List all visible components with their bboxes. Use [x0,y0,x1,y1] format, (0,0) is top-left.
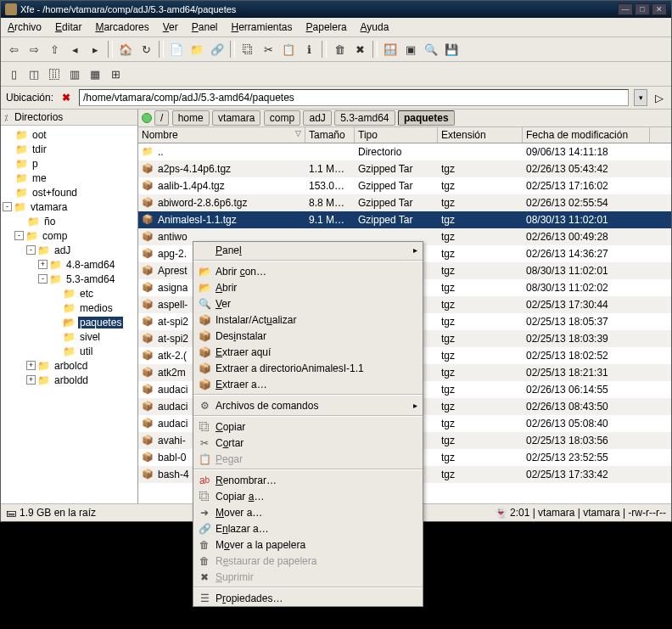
tree-toggle[interactable]: + [26,361,36,370]
close-button[interactable]: ✕ [652,3,667,15]
tree-item[interactable]: 📁util [3,344,136,358]
newlink-button[interactable]: 🔗 [208,40,227,59]
tree-item[interactable]: 📁medios [3,300,136,315]
panel-3-button[interactable]: ⿲ [45,65,64,83]
menu-editar[interactable]: Editar [55,21,81,33]
forward-button[interactable]: ⇨ [25,40,43,59]
breadcrumb-item[interactable]: home [172,110,210,126]
go-button[interactable]: ▷ [652,92,666,104]
refresh-button[interactable]: ↻ [137,40,155,59]
table-row[interactable]: 📦AnimalesI-1.1.tgz9.1 M…Gzipped Tartgz08… [138,211,671,228]
resize-icon[interactable]: ⁒ [4,113,11,122]
clear-location-button[interactable]: ✖ [59,90,74,105]
menu-ayuda[interactable]: Ayuda [361,21,389,33]
col-size[interactable]: Tamaño [305,127,355,143]
tree-toggle[interactable]: + [26,375,36,385]
panel-1-button[interactable]: ▯ [4,65,23,83]
tree-item[interactable]: 📁me [3,171,136,185]
panel-4-button[interactable]: ▥ [65,65,84,83]
back-button[interactable]: ⇦ [4,40,23,59]
tree-toggle[interactable]: - [26,245,36,255]
newfolder-button[interactable]: 📁 [188,40,206,59]
cut-button[interactable]: ✂ [259,40,277,59]
tree-item[interactable]: +📁4.8-amd64 [3,257,136,272]
location-input[interactable] [79,89,629,106]
up-button[interactable]: ⇧ [45,40,64,59]
menu-herramientas[interactable]: Herramientas [231,21,292,33]
tree-toggle[interactable]: - [38,274,48,284]
ctx-open-with[interactable]: 📂Abrir con… [193,263,423,279]
ctx-properties[interactable]: ☰Propiedades… [193,590,423,606]
tree-item[interactable]: 📂paquetes [3,315,136,329]
tree-item[interactable]: 📁oot [3,127,136,142]
breadcrumb-item[interactable]: comp [264,110,300,126]
tree-item[interactable]: 📁etc [3,286,136,300]
tree-item[interactable]: -📁adJ [3,243,136,257]
newfile-button[interactable]: 📄 [167,40,186,59]
panel-5-button[interactable]: ▦ [86,65,104,83]
ctx-extract-named[interactable]: 📦Extraer a directorioAnimalesI-1.1 [193,360,423,376]
tree-item[interactable]: 📁ost+found [3,185,136,199]
back2-button[interactable]: ◂ [65,40,84,59]
trash-button[interactable]: 🗑 [330,40,349,59]
tree-item[interactable]: -📁comp [3,228,136,243]
titlebar[interactable]: Xfe - /home/vtamara/comp/adJ/5.3-amd64/p… [1,1,671,18]
ctx-cut[interactable]: ✂Cortar [193,435,423,451]
location-dropdown[interactable]: ▾ [634,89,647,106]
tree-item[interactable]: 📁ño [3,214,136,228]
tree-item[interactable]: 📁p [3,156,136,171]
col-name[interactable]: Nombre▽ [138,127,305,143]
tree-toggle[interactable]: + [38,260,48,269]
tree-item[interactable]: 📁tdir [3,142,136,156]
ctx-trash[interactable]: 🗑Mover a la papelera [193,536,423,553]
ctx-copy-to[interactable]: ⿻Copiar a… [193,488,423,504]
minimize-button[interactable]: — [618,3,633,15]
ctx-copy[interactable]: ⿻Copiar [193,418,423,435]
tree-item[interactable]: 📁sivel [3,329,136,344]
newwin-button[interactable]: 🪟 [381,40,400,59]
ctx-scripts[interactable]: ⚙Archivos de comandos▸ [193,397,423,413]
table-row[interactable]: 📦a2ps-4.14p6.tgz1.1 M…Gzipped Tartgz02/2… [138,160,671,177]
copy-button[interactable]: ⿻ [238,40,257,59]
forward2-button[interactable]: ▸ [86,40,104,59]
tree-toggle[interactable]: - [14,231,24,240]
col-ext[interactable]: Extensión [438,127,523,143]
ctx-rename[interactable]: abRenombrar… [193,472,423,488]
terminal-button[interactable]: ▣ [401,40,420,59]
breadcrumb-item[interactable]: / [154,110,169,126]
panel-2-button[interactable]: ◫ [25,65,43,83]
directory-tree[interactable]: 📁oot📁tdir📁p📁me📁ost+found-📁vtamara📁ño-📁co… [1,126,137,503]
col-date[interactable]: Fecha de modificación [523,127,650,143]
menu-archivo[interactable]: Archivo [8,21,42,33]
maximize-button[interactable]: □ [635,3,650,15]
ctx-extract-here[interactable]: 📦Extraer aquí [193,344,423,360]
tree-item[interactable]: -📁vtamara [3,199,136,214]
ctx-view[interactable]: 🔍Ver [193,295,423,312]
properties-button[interactable]: ℹ [300,40,318,59]
breadcrumb-item[interactable]: adJ [303,110,331,126]
menu-panel[interactable]: Panel [192,21,218,33]
tree-toggle[interactable]: - [3,202,12,211]
menu-papelera[interactable]: Papelera [306,21,347,33]
col-type[interactable]: Tipo [355,127,438,143]
search-button[interactable]: 🔍 [422,40,440,59]
ctx-extract-to[interactable]: 📦Extraer a… [193,376,423,392]
table-row[interactable]: 📦aalib-1.4p4.tgz153.0…Gzipped Tartgz02/2… [138,177,671,194]
menu-ver[interactable]: Ver [163,21,178,33]
tree-item[interactable]: +📁arbolcd [3,358,136,373]
tree-item[interactable]: -📁5.3-amd64 [3,272,136,286]
ctx-uninstall[interactable]: 📦Desinstalar [193,328,423,344]
panel-6-button[interactable]: ⊞ [106,65,125,83]
table-row[interactable]: 📦abiword-2.8.6p6.tgz8.8 M…Gzipped Tartgz… [138,194,671,211]
ctx-open[interactable]: 📂Abrir [193,279,423,295]
breadcrumb-item[interactable]: vtamara [212,110,260,126]
paste-button[interactable]: 📋 [279,40,298,59]
ctx-link-to[interactable]: 🔗Enlazar a… [193,520,423,536]
home-button[interactable]: 🏠 [116,40,135,59]
tree-item[interactable]: +📁arboldd [3,373,136,387]
ctx-panel[interactable]: Panel▸ [193,242,423,258]
ctx-move-to[interactable]: ➜Mover a… [193,504,423,520]
breadcrumb-item[interactable]: 5.3-amd64 [334,110,395,126]
table-row[interactable]: 📁..Directorio09/06/13 14:11:18 [138,143,671,160]
ctx-install[interactable]: 📦Instalar/Actualizar [193,312,423,328]
